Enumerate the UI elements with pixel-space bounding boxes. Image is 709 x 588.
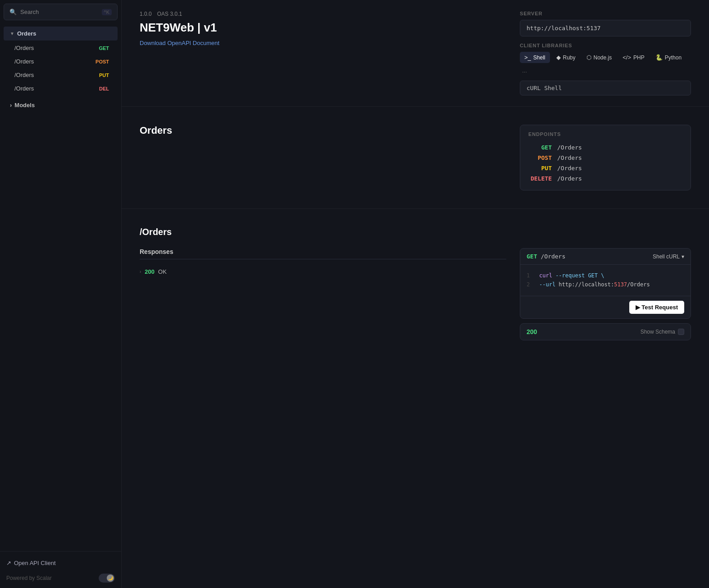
- endpoints-panel: ENDPOINTS GET /Orders POST /Orders PUT /…: [520, 125, 691, 190]
- client-lib-python-label: Python: [665, 54, 682, 61]
- chevron-down-icon: ▾: [682, 253, 684, 260]
- sidebar: 🔍 Search ^K ▼ Orders /Orders GET /Orders…: [0, 0, 122, 588]
- client-lib-shell[interactable]: >_ Shell: [520, 52, 550, 63]
- sidebar-item-path: /Orders: [14, 45, 34, 51]
- client-lib-more[interactable]: ...: [520, 65, 529, 76]
- show-schema-label: Show Schema: [641, 329, 675, 335]
- method-badge-del: DEL: [97, 86, 111, 92]
- open-api-client-label: Open API Client: [14, 560, 56, 566]
- client-libraries: >_ Shell ◆ Ruby ⬡ Node.js </> PHP 🐍 P: [520, 52, 691, 76]
- response-200-header: 200 Show Schema: [520, 324, 691, 340]
- sidebar-models-group[interactable]: › Models: [4, 98, 118, 112]
- endpoint-row-put[interactable]: PUT /Orders: [528, 163, 682, 173]
- php-icon: </>: [623, 54, 631, 61]
- server-panel: SERVER http://localhost:5137 CLIENT LIBR…: [520, 11, 691, 95]
- theme-toggle[interactable]: 🌙: [99, 574, 115, 583]
- chevron-down-icon: ▼: [10, 31, 14, 36]
- endpoint-row-delete[interactable]: DELETE /Orders: [528, 173, 682, 184]
- line-num-2: 2: [527, 280, 533, 289]
- endpoints-label: ENDPOINTS: [528, 131, 682, 137]
- sidebar-item-orders-get[interactable]: /Orders GET: [4, 41, 118, 54]
- shell-icon: >_: [524, 54, 531, 61]
- endpoint-method-delete: DELETE: [528, 175, 552, 182]
- sidebar-orders-label: Orders: [17, 30, 36, 37]
- code-block: 1 curl --request GET \ 2 --url h: [520, 265, 691, 296]
- search-left: 🔍 Search: [9, 9, 39, 15]
- powered-by-text: Powered by Scalar: [6, 575, 52, 581]
- chevron-right-icon: ›: [140, 269, 141, 274]
- req-path: /Orders: [541, 253, 565, 260]
- oas-version: OAS 3.0.1: [157, 11, 182, 17]
- test-request-button[interactable]: ▶ Test Request: [629, 301, 684, 314]
- endpoint-path-delete: /Orders: [557, 175, 582, 182]
- sidebar-orders-group[interactable]: ▼ Orders: [4, 27, 118, 41]
- endpoint-row-get[interactable]: GET /Orders: [528, 142, 682, 153]
- search-shortcut: ^K: [102, 9, 112, 15]
- req-method-get: GET: [527, 253, 537, 260]
- endpoint-path-put: /Orders: [557, 165, 582, 172]
- endpoint-path-post: /Orders: [557, 154, 582, 161]
- response-row-200[interactable]: › 200 OK: [140, 265, 506, 279]
- request-header: GET /Orders Shell cURL ▾: [520, 249, 691, 265]
- responses-label: Responses: [140, 248, 506, 259]
- endpoint-method-put: PUT: [528, 165, 552, 172]
- show-schema-checkbox[interactable]: [678, 329, 684, 335]
- orders-section: Orders ENDPOINTS GET /Orders POST /Order…: [122, 107, 709, 209]
- endpoint-method-get: GET: [528, 144, 552, 151]
- code-curl: curl --request GET \: [539, 271, 604, 280]
- search-bar[interactable]: 🔍 Search ^K: [4, 4, 118, 20]
- sidebar-item-path: /Orders: [14, 85, 34, 92]
- line-num-1: 1: [527, 271, 533, 280]
- download-openapi-link[interactable]: Download OpenAPI Document: [140, 40, 219, 46]
- sidebar-item-orders-put[interactable]: /Orders PUT: [4, 68, 118, 81]
- request-panel: GET /Orders Shell cURL ▾ 1 curl: [520, 248, 691, 319]
- client-lib-nodejs[interactable]: ⬡ Node.js: [582, 52, 617, 63]
- sidebar-item-orders-post[interactable]: /Orders POST: [4, 55, 118, 68]
- status-200: 200: [145, 268, 155, 275]
- orders-section-title: Orders: [140, 125, 506, 136]
- external-link-icon: ↗: [6, 560, 11, 566]
- powered-by-row: Powered by Scalar 🌙: [6, 569, 115, 583]
- nodejs-icon: ⬡: [586, 54, 591, 61]
- sidebar-item-orders-del[interactable]: /Orders DEL: [4, 82, 118, 95]
- client-lib-php[interactable]: </> PHP: [618, 52, 649, 63]
- python-icon: 🐍: [655, 54, 663, 61]
- sidebar-models-label: Models: [14, 102, 35, 109]
- endpoint-row-post[interactable]: POST /Orders: [528, 153, 682, 163]
- response-200-status: 200: [527, 328, 537, 335]
- client-lib-ruby-label: Ruby: [563, 54, 576, 61]
- endpoint-path-get: /Orders: [557, 144, 582, 151]
- main-content: 1.0.0 OAS 3.0.1 NET9Web | v1 Download Op…: [122, 0, 709, 588]
- show-schema-button[interactable]: Show Schema: [641, 329, 684, 335]
- search-icon: 🔍: [9, 9, 17, 15]
- server-url: http://localhost:5137: [520, 20, 691, 36]
- client-lib-ruby[interactable]: ◆ Ruby: [552, 52, 580, 63]
- code-line-2: 2 --url http://localhost:5137/Orders: [527, 280, 684, 289]
- status-200-label: OK: [158, 268, 167, 275]
- search-label: Search: [20, 9, 39, 15]
- code-line-2-content: --url http://localhost:5137/Orders: [539, 280, 650, 289]
- method-badge-get: GET: [96, 45, 111, 51]
- client-lib-python[interactable]: 🐍 Python: [651, 52, 686, 63]
- request-method-path: GET /Orders: [527, 253, 565, 260]
- endpoint-content: Responses › 200 OK GET /Orders: [140, 248, 691, 340]
- endpoint-left: Responses › 200 OK: [140, 248, 506, 340]
- ruby-icon: ◆: [556, 54, 561, 61]
- client-lib-php-label: PHP: [633, 54, 645, 61]
- toggle-knob: 🌙: [107, 574, 114, 582]
- curl-shell-label: cURL Shell: [520, 81, 691, 95]
- shell-curl-select[interactable]: Shell cURL ▾: [653, 253, 684, 260]
- endpoint-method-post: POST: [528, 154, 552, 161]
- method-badge-post: POST: [93, 59, 111, 65]
- sidebar-item-path: /Orders: [14, 72, 34, 78]
- sidebar-orders-section: ▼ Orders /Orders GET /Orders POST /Order…: [0, 24, 121, 97]
- client-lib-nodejs-label: Node.js: [594, 54, 612, 61]
- method-badge-put: PUT: [97, 72, 111, 78]
- open-api-client-button[interactable]: ↗ Open API Client: [6, 557, 115, 569]
- endpoint-right: GET /Orders Shell cURL ▾ 1 curl: [520, 248, 691, 340]
- client-lib-shell-label: Shell: [533, 54, 545, 61]
- api-info: 1.0.0 OAS 3.0.1 NET9Web | v1 Download Op…: [140, 11, 502, 46]
- sidebar-item-path: /Orders: [14, 58, 34, 65]
- api-version: 1.0.0: [140, 11, 152, 17]
- test-request-area: ▶ Test Request: [520, 296, 691, 318]
